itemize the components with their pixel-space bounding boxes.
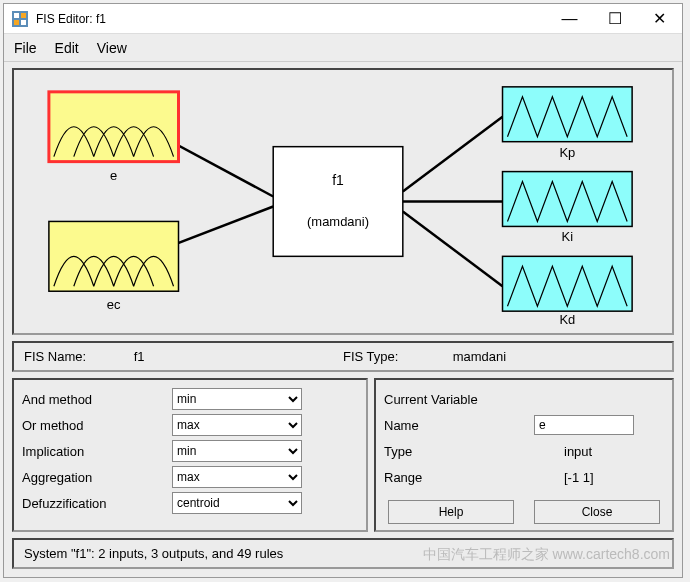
var-type-label: Type [384, 444, 534, 459]
maximize-icon: ☐ [608, 9, 622, 28]
or-method-select[interactable]: max [172, 414, 302, 436]
output-block-kp[interactable]: Kp [503, 87, 633, 160]
svg-rect-19 [503, 172, 633, 227]
fis-name-value: f1 [134, 349, 343, 364]
svg-rect-1 [14, 13, 19, 18]
methods-panel: And method min Or method max Implication… [12, 378, 368, 532]
svg-text:e: e [110, 168, 117, 183]
lower-panels: And method min Or method max Implication… [12, 378, 674, 532]
implication-select[interactable]: min [172, 440, 302, 462]
svg-line-9 [403, 211, 503, 286]
or-method-label: Or method [22, 418, 172, 433]
var-range-value: [-1 1] [534, 470, 664, 485]
svg-rect-21 [503, 256, 633, 311]
currentvar-heading: Current Variable [384, 392, 478, 407]
app-window: FIS Editor: f1 — ☐ ✕ File Edit View e [3, 3, 683, 578]
help-button[interactable]: Help [388, 500, 514, 524]
svg-text:ec: ec [107, 297, 121, 312]
svg-rect-3 [14, 20, 19, 25]
svg-line-7 [403, 117, 503, 192]
svg-text:Ki: Ki [562, 229, 574, 244]
close-button[interactable]: ✕ [637, 4, 682, 34]
svg-rect-14 [273, 147, 403, 257]
fis-type-value: mamdani [453, 349, 662, 364]
close-icon: ✕ [653, 9, 666, 28]
defuzz-label: Defuzzification [22, 496, 172, 511]
fis-type-label: FIS Type: [343, 349, 453, 364]
status-bar: System "f1": 2 inputs, 3 outputs, and 49… [12, 538, 674, 569]
svg-rect-4 [21, 20, 26, 25]
menu-file[interactable]: File [14, 40, 37, 56]
and-method-select[interactable]: min [172, 388, 302, 410]
fis-diagram: e ec f1 (mamdani) Kp [12, 68, 674, 335]
aggregation-label: Aggregation [22, 470, 172, 485]
implication-label: Implication [22, 444, 172, 459]
input-block-e[interactable]: e [49, 92, 179, 183]
var-name-input[interactable] [534, 415, 634, 435]
var-name-label: Name [384, 418, 534, 433]
svg-text:(mamdani): (mamdani) [307, 214, 369, 229]
output-block-kd[interactable]: Kd [503, 256, 633, 327]
menu-view[interactable]: View [97, 40, 127, 56]
diagram-svg: e ec f1 (mamdani) Kp [14, 70, 672, 333]
input-block-ec[interactable]: ec [49, 221, 179, 312]
svg-text:Kp: Kp [559, 145, 575, 160]
maximize-button[interactable]: ☐ [592, 4, 637, 34]
aggregation-select[interactable]: max [172, 466, 302, 488]
output-block-ki[interactable]: Ki [503, 172, 633, 245]
window-title: FIS Editor: f1 [36, 12, 547, 26]
fis-name-label: FIS Name: [24, 349, 134, 364]
svg-text:f1: f1 [332, 172, 344, 188]
fis-info-strip: FIS Name: f1 FIS Type: mamdani [12, 341, 674, 372]
menubar: File Edit View [4, 34, 682, 62]
minimize-button[interactable]: — [547, 4, 592, 34]
rule-block[interactable]: f1 (mamdani) [273, 147, 403, 257]
minimize-icon: — [562, 10, 578, 28]
var-range-label: Range [384, 470, 534, 485]
and-method-label: And method [22, 392, 172, 407]
svg-text:Kd: Kd [559, 312, 575, 327]
app-icon [12, 11, 28, 27]
close-panel-button[interactable]: Close [534, 500, 660, 524]
svg-rect-17 [503, 87, 633, 142]
menu-edit[interactable]: Edit [55, 40, 79, 56]
current-variable-panel: Current Variable Name Type input Range [… [374, 378, 674, 532]
svg-rect-2 [21, 13, 26, 18]
titlebar: FIS Editor: f1 — ☐ ✕ [4, 4, 682, 34]
defuzz-select[interactable]: centroid [172, 492, 302, 514]
var-type-value: input [534, 444, 664, 459]
